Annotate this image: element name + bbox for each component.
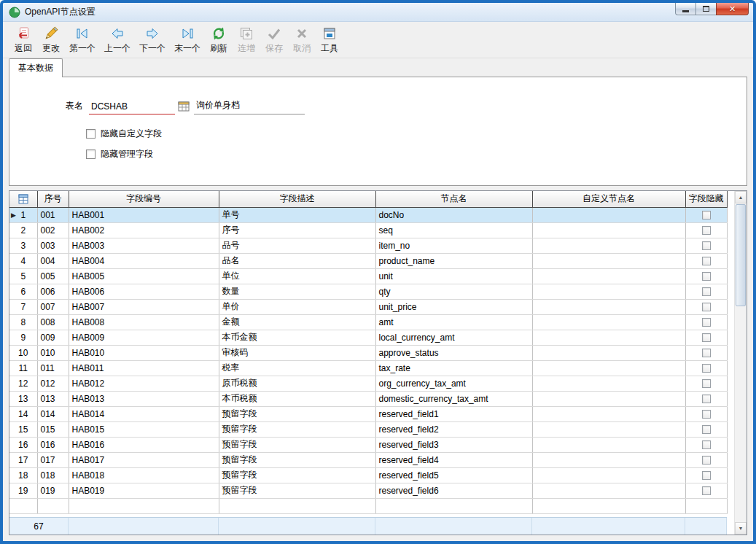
field-hidden-cell[interactable] — [685, 268, 727, 284]
field-desc-cell[interactable]: 预留字段 — [219, 467, 375, 483]
field-code-cell[interactable]: HAB015 — [69, 421, 219, 437]
last-record-button[interactable]: 末一个 — [171, 23, 204, 57]
hide-mgmt-fields-checkbox[interactable] — [86, 149, 96, 159]
custom-node-cell[interactable] — [532, 284, 685, 299]
field-desc-cell[interactable]: 审核码 — [219, 345, 375, 360]
seq-cell[interactable]: 009 — [37, 330, 69, 345]
field-desc-cell[interactable]: 品号 — [219, 238, 375, 253]
custom-node-cell[interactable] — [532, 467, 685, 483]
node-name-cell[interactable]: unit — [375, 268, 532, 284]
custom-node-cell[interactable] — [532, 314, 685, 330]
tab-basic-data[interactable]: 基本数据 — [9, 58, 63, 77]
field-desc-cell[interactable]: 序号 — [219, 222, 375, 238]
field-hidden-checkbox[interactable] — [702, 287, 711, 296]
field-code-cell[interactable]: HAB003 — [69, 238, 219, 253]
field-hidden-checkbox[interactable] — [702, 440, 711, 449]
custom-node-cell[interactable] — [532, 360, 685, 376]
row-number-cell[interactable]: 8 — [9, 314, 37, 330]
field-desc-cell[interactable]: 金额 — [219, 314, 375, 330]
field-hidden-cell[interactable] — [685, 421, 727, 437]
table-row[interactable]: 4004HAB004品名product_name — [9, 253, 727, 268]
custom-node-cell[interactable] — [532, 330, 685, 345]
table-lookup-icon[interactable] — [178, 101, 190, 112]
select-all-header[interactable] — [9, 191, 37, 207]
field-code-cell[interactable]: HAB005 — [69, 268, 219, 284]
table-row[interactable]: 18018HAB018预留字段reserved_field5 — [9, 467, 727, 483]
field-hidden-cell[interactable] — [685, 222, 727, 238]
col-header-seq[interactable]: 序号 — [37, 191, 69, 207]
row-number-cell[interactable]: 16 — [9, 437, 37, 452]
field-desc-cell[interactable]: 预留字段 — [219, 437, 375, 452]
field-hidden-checkbox[interactable] — [702, 349, 711, 357]
first-record-button[interactable]: 第一个 — [66, 23, 99, 57]
field-code-cell[interactable]: HAB008 — [69, 314, 219, 330]
seq-cell[interactable]: 002 — [37, 222, 69, 238]
field-desc-cell[interactable]: 本币金额 — [219, 330, 375, 345]
field-hidden-cell[interactable] — [685, 284, 727, 299]
custom-node-cell[interactable] — [532, 222, 685, 238]
field-hidden-cell[interactable] — [685, 391, 727, 406]
field-hidden-checkbox[interactable] — [702, 333, 711, 342]
field-desc-cell[interactable]: 税率 — [219, 360, 375, 376]
scroll-down-button[interactable]: ▼ — [735, 522, 747, 535]
field-code-cell[interactable]: HAB006 — [69, 284, 219, 299]
table-row[interactable]: 12012HAB012原币税额org_currency_tax_amt — [9, 376, 727, 391]
node-name-cell[interactable]: reserved_field6 — [375, 483, 532, 498]
modify-button[interactable]: 更改 — [38, 23, 64, 57]
close-button[interactable]: ✕ — [716, 3, 749, 15]
field-desc-cell[interactable]: 品名 — [219, 253, 375, 268]
row-number-cell[interactable]: 3 — [9, 238, 37, 253]
field-code-cell[interactable]: HAB012 — [69, 376, 219, 391]
seq-cell[interactable]: 016 — [37, 437, 69, 452]
field-code-cell[interactable]: HAB013 — [69, 391, 219, 406]
custom-node-cell[interactable] — [532, 391, 685, 406]
custom-node-cell[interactable] — [532, 299, 685, 314]
node-name-cell[interactable]: reserved_field1 — [375, 406, 532, 421]
seq-cell[interactable]: 008 — [37, 314, 69, 330]
table-row[interactable]: 6006HAB006数量qty — [9, 284, 727, 299]
field-hidden-checkbox[interactable] — [702, 257, 711, 265]
field-hidden-cell[interactable] — [685, 452, 727, 467]
node-name-cell[interactable]: amt — [375, 314, 532, 330]
table-row[interactable]: 3003HAB003品号item_no — [9, 238, 727, 253]
field-code-cell[interactable]: HAB014 — [69, 406, 219, 421]
row-number-cell[interactable]: 18 — [9, 467, 37, 483]
custom-node-cell[interactable] — [532, 207, 685, 222]
field-hidden-checkbox[interactable] — [702, 211, 711, 219]
seq-cell[interactable]: 011 — [37, 360, 69, 376]
seq-cell[interactable]: 017 — [37, 452, 69, 467]
node-name-cell[interactable]: reserved_field3 — [375, 437, 532, 452]
custom-node-cell[interactable] — [532, 268, 685, 284]
field-desc-cell[interactable]: 预留字段 — [219, 421, 375, 437]
seq-cell[interactable]: 004 — [37, 253, 69, 268]
custom-node-cell[interactable] — [532, 345, 685, 360]
row-number-cell[interactable]: 6 — [9, 284, 37, 299]
custom-node-cell[interactable] — [532, 437, 685, 452]
field-desc-cell[interactable]: 单价 — [219, 299, 375, 314]
seq-cell[interactable]: 010 — [37, 345, 69, 360]
node-name-cell[interactable]: seq — [375, 222, 532, 238]
seq-cell[interactable]: 013 — [37, 391, 69, 406]
field-code-cell[interactable]: HAB016 — [69, 437, 219, 452]
refresh-button[interactable]: 刷新 — [206, 23, 232, 57]
field-code-cell[interactable]: HAB018 — [69, 467, 219, 483]
custom-node-cell[interactable] — [532, 483, 685, 498]
node-name-cell[interactable]: local_currency_amt — [375, 330, 532, 345]
custom-node-cell[interactable] — [532, 376, 685, 391]
field-desc-cell[interactable]: 单位 — [219, 268, 375, 284]
field-hidden-cell[interactable] — [685, 376, 727, 391]
table-row[interactable]: 9009HAB009本币金额local_currency_amt — [9, 330, 727, 345]
return-button[interactable]: 返回 — [10, 23, 36, 57]
custom-node-cell[interactable] — [532, 238, 685, 253]
field-hidden-checkbox[interactable] — [702, 364, 711, 373]
field-code-cell[interactable]: HAB007 — [69, 299, 219, 314]
seq-cell[interactable]: 007 — [37, 299, 69, 314]
field-hidden-checkbox[interactable] — [702, 471, 711, 480]
field-desc-cell[interactable]: 预留字段 — [219, 452, 375, 467]
row-number-cell[interactable]: 17 — [9, 452, 37, 467]
node-name-cell[interactable]: unit_price — [375, 299, 532, 314]
field-hidden-checkbox[interactable] — [702, 318, 711, 327]
row-number-cell[interactable]: 4 — [9, 253, 37, 268]
col-header-field-hidden[interactable]: 字段隐藏 — [685, 191, 727, 207]
seq-cell[interactable]: 018 — [37, 467, 69, 483]
